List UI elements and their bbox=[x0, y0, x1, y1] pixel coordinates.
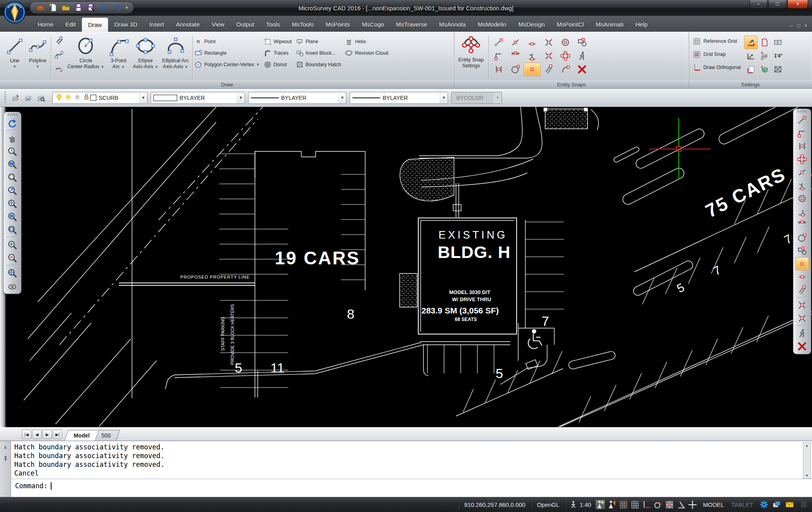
page-axes-button[interactable] bbox=[744, 63, 758, 76]
plane-button[interactable]: Plane bbox=[296, 36, 341, 47]
no-fill-button[interactable] bbox=[771, 63, 785, 76]
tab-mspoints[interactable]: MsPoints bbox=[320, 17, 356, 32]
point-button[interactable]: Point bbox=[194, 36, 260, 47]
snap-endpoint-button[interactable] bbox=[490, 36, 507, 49]
tab-annotate[interactable]: Annotate bbox=[170, 17, 206, 32]
angle-toggle[interactable] bbox=[676, 499, 686, 510]
command-scrollbar[interactable]: ▲ ▼ bbox=[803, 442, 811, 479]
resize-grip[interactable] bbox=[801, 502, 806, 507]
snap-circle-tangent-button[interactable] bbox=[795, 231, 809, 244]
sheet-nav-3[interactable]: ▶| bbox=[53, 430, 62, 439]
snap-quadrant-button[interactable] bbox=[795, 153, 809, 166]
snap-midpoint-between-button[interactable] bbox=[490, 63, 507, 76]
scroll-down-icon[interactable]: ▼ bbox=[806, 473, 808, 478]
tab-mscogo[interactable]: MsCogo bbox=[356, 17, 390, 32]
snap-endpoint-button[interactable] bbox=[795, 113, 809, 126]
app-logo-icon[interactable] bbox=[3, 1, 26, 24]
tab-insert[interactable]: Insert bbox=[143, 17, 170, 32]
cube-button[interactable] bbox=[758, 63, 771, 76]
elevation-button[interactable] bbox=[758, 49, 771, 63]
tab-msdesign[interactable]: MsDesign bbox=[512, 17, 551, 32]
snap-corner-button[interactable] bbox=[490, 49, 507, 63]
snap-perpendicular-button[interactable] bbox=[795, 179, 809, 192]
plumb-hat-button[interactable] bbox=[35, 2, 46, 13]
wipeout-button[interactable]: Wipeout bbox=[264, 36, 292, 47]
polygon-center-vertex-button[interactable]: Polygon Center-Vertex▼ bbox=[194, 59, 260, 70]
save-as-button[interactable] bbox=[86, 2, 96, 13]
draw-orthogonal-toggle[interactable]: Draw Orthogonal bbox=[692, 62, 741, 73]
snap-foot-of-perpendicular-button[interactable] bbox=[795, 205, 809, 218]
snap-center-button[interactable] bbox=[795, 192, 809, 205]
zoom-in-button[interactable] bbox=[6, 238, 19, 251]
toolbar-options-icon[interactable]: ▾ bbox=[126, 5, 128, 10]
snap-circle-tangent-button[interactable] bbox=[507, 63, 524, 76]
big-crosshair-toggle[interactable] bbox=[687, 499, 697, 510]
chevron-down-icon[interactable]: ▼ bbox=[440, 92, 448, 103]
snap-point-on-line-button[interactable] bbox=[795, 270, 809, 283]
tab-tools[interactable]: Tools bbox=[260, 17, 286, 32]
maximize-button[interactable]: □ bbox=[768, 0, 787, 9]
entity-snap-toggle-button[interactable] bbox=[744, 36, 758, 49]
command-area[interactable]: Hatch boundary associativity removed.Hat… bbox=[11, 441, 812, 497]
snap-insertion-button[interactable] bbox=[574, 36, 590, 49]
snap-grid-toggle[interactable] bbox=[618, 499, 628, 510]
snap-apparent-intersection-button[interactable] bbox=[540, 49, 557, 63]
traces-button[interactable]: Traces bbox=[264, 47, 292, 59]
zoom-center-button[interactable] bbox=[6, 197, 19, 210]
paper-red-button[interactable] bbox=[758, 36, 771, 49]
doc-close-button[interactable]: × bbox=[804, 23, 807, 29]
rectangle-button[interactable]: Rectangle bbox=[194, 47, 260, 59]
tab-edit[interactable]: Edit bbox=[59, 17, 82, 32]
grid-snap-toggle[interactable]: Grid Snap bbox=[692, 49, 741, 60]
color-combo[interactable]: BYLAYER ▼ bbox=[151, 92, 245, 104]
zoom-selected-button[interactable] bbox=[6, 223, 19, 236]
toolbar-grip[interactable] bbox=[4, 92, 6, 104]
draftsman-spark-toggle[interactable] bbox=[607, 499, 617, 510]
reference-grid-toggle[interactable]: Reference Grid bbox=[692, 36, 741, 47]
layers-button[interactable] bbox=[772, 499, 782, 510]
zoom-previous-button[interactable] bbox=[6, 145, 19, 158]
ortho-toggle[interactable] bbox=[641, 499, 651, 510]
insert-block-button[interactable]: Insert Block... bbox=[296, 47, 341, 59]
model-space-toggle[interactable]: MODEL bbox=[701, 501, 726, 508]
snap-nearest-button[interactable] bbox=[795, 166, 809, 179]
helix-button[interactable]: Helix bbox=[345, 36, 388, 47]
zoom-extents-button[interactable] bbox=[6, 184, 19, 197]
snap-midpoint-between-button[interactable] bbox=[795, 139, 809, 153]
elliptical-arc-button[interactable]: Elliptical Arc Axis-Axis ▼ bbox=[160, 34, 191, 71]
sheet-nav-1[interactable]: ◀ bbox=[32, 430, 42, 439]
command-prompt-row[interactable]: Command: bbox=[11, 479, 812, 490]
snap-intersection-button[interactable] bbox=[795, 298, 809, 311]
snap-midpoint-button[interactable] bbox=[524, 36, 540, 49]
snap-apparent-intersection-button[interactable] bbox=[795, 311, 809, 325]
snap-quick-snap-button[interactable] bbox=[795, 327, 809, 340]
feet-inches-button[interactable]: 1'4" bbox=[771, 49, 785, 63]
tab-draw-3d[interactable]: Draw 3D bbox=[108, 17, 143, 32]
snap-corner-button[interactable] bbox=[795, 126, 809, 139]
snap-clear-snaps-button[interactable] bbox=[574, 63, 590, 76]
tab-mstraverse[interactable]: MsTraverse bbox=[390, 17, 433, 32]
snap-parallel-button[interactable] bbox=[540, 63, 557, 76]
mail-button[interactable] bbox=[784, 499, 795, 510]
snap-nearest-button[interactable] bbox=[507, 36, 524, 49]
grid-toggle[interactable] bbox=[630, 499, 640, 510]
tab-msanimati[interactable]: MsAnimati bbox=[590, 17, 629, 32]
tab-output[interactable]: Output bbox=[230, 17, 260, 32]
crosshair-box-toggle[interactable] bbox=[664, 499, 674, 510]
donut-button[interactable]: Donut bbox=[264, 59, 292, 70]
tab-mspointcl[interactable]: MsPointCl bbox=[551, 17, 590, 32]
open-file-button[interactable] bbox=[61, 2, 71, 13]
close-button[interactable]: × bbox=[787, 0, 808, 9]
tab-draw[interactable]: Draw bbox=[82, 17, 108, 32]
doc-minimize-button[interactable]: – bbox=[790, 23, 793, 29]
snap-arc-tangent-button[interactable] bbox=[557, 63, 574, 76]
layer-explore-button[interactable] bbox=[36, 92, 47, 103]
chevron-down-icon[interactable]: ▼ bbox=[237, 92, 245, 103]
ellipse-axis-axis-button[interactable]: Ellipse Axis-Axis ▼ bbox=[131, 34, 160, 71]
tab-view[interactable]: View bbox=[206, 17, 230, 32]
bulb-icon[interactable] bbox=[55, 93, 63, 102]
drawing-canvas[interactable]: 19 CARS 75 CARS EXISTING BLDG. H MODEL 3… bbox=[0, 107, 812, 427]
snap-clear-snaps-button[interactable] bbox=[795, 340, 809, 353]
tab-msannota[interactable]: MsAnnota bbox=[433, 17, 472, 32]
chevron-down-icon[interactable]: ▼ bbox=[139, 92, 147, 103]
